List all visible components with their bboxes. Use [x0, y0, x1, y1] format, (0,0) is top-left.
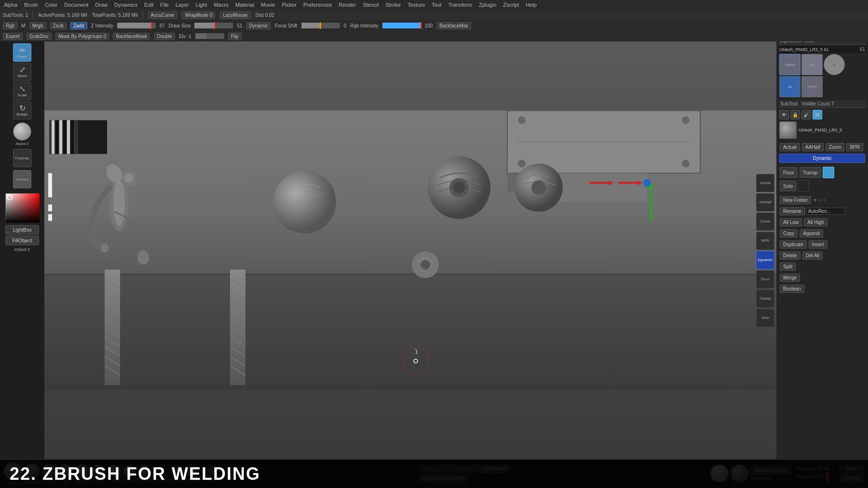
grab-doc-btn[interactable]: GrabDoc [27, 33, 52, 40]
wrap-mode-btn[interactable]: WrapMode 0 [182, 12, 215, 19]
texture-btn[interactable]: Texture [13, 170, 31, 188]
dynamic-btn[interactable]: Dynamic [756, 251, 774, 269]
menu-draw[interactable]: Draw [95, 2, 108, 8]
boolean-btn[interactable]: Boolean [780, 285, 804, 293]
menu-transform[interactable]: Transform [448, 2, 472, 8]
flip-btn[interactable]: Flip [228, 33, 242, 40]
menu-macro[interactable]: Macro [214, 2, 229, 8]
rename-input[interactable] [806, 208, 845, 215]
alpha-preview[interactable] [13, 122, 31, 141]
focal-shift-slider[interactable] [301, 23, 340, 28]
menu-picker[interactable]: Picker [282, 2, 297, 8]
lazy-mouse-btn[interactable]: LazyMouse [220, 12, 250, 19]
all-high-btn[interactable]: All High [804, 218, 827, 226]
actual-btn[interactable]: Actual [756, 174, 774, 192]
paint-icon[interactable]: 🖌 [801, 110, 811, 119]
subtool-item-0[interactable]: UMesh_PM3D_LR3_5 [778, 120, 866, 140]
accucurve-btn[interactable]: AccuCurve [148, 12, 177, 19]
viewport[interactable]: Actual AAHalf Zoom BPR Dynamic Floor Tra… [44, 41, 776, 459]
menu-preferences[interactable]: Preferences [303, 2, 332, 8]
menu-layer[interactable]: Layer [176, 2, 189, 8]
draw-tool[interactable]: ✏ Draw [13, 43, 31, 62]
fill-object-btn[interactable]: FillObject [5, 236, 39, 245]
menu-texture[interactable]: Texture [407, 2, 425, 8]
solo-btn[interactable]: Solo [756, 309, 774, 327]
menu-zscript[interactable]: Zscript [503, 2, 519, 8]
mrgb-btn[interactable]: Mrgb [29, 22, 46, 29]
double-btn[interactable]: Double [154, 33, 175, 40]
zadd-btn[interactable]: Zadd [70, 22, 87, 29]
bpr-right-btn[interactable]: BPR [846, 143, 863, 151]
transp-right-btn[interactable]: Transp [800, 167, 821, 178]
new-folder-btn[interactable]: New Folder [780, 196, 811, 204]
menu-alpha[interactable]: Alpha [4, 2, 17, 8]
eye-icon[interactable]: 👁 [779, 110, 789, 119]
thumb-alphab[interactable]: αB [779, 76, 800, 97]
thumb-erasers[interactable]: S [824, 54, 845, 75]
folder-section: New Folder ▼ + × Rename All Low All High… [778, 195, 866, 294]
aahalf-right-btn[interactable]: AAHalf [802, 143, 824, 151]
draw-size-slider[interactable] [194, 23, 233, 28]
rgb-intensity-label: Rgb Intensity [350, 23, 378, 28]
thumb-umesh[interactable]: UMesh [779, 54, 800, 75]
rgb-intensity-slider[interactable] [382, 23, 421, 28]
bpr-btn[interactable]: BPR [756, 232, 774, 250]
split-btn[interactable]: Split [780, 263, 796, 271]
zsub-btn[interactable]: Zsub [50, 22, 67, 29]
scene-canvas [44, 41, 776, 459]
z-intensity-slider[interactable] [117, 23, 156, 28]
rgb-btn[interactable]: Rgb [3, 22, 17, 29]
rename-btn[interactable]: Rename [780, 207, 805, 215]
dynamic-label[interactable]: Dynamic [246, 22, 271, 29]
dynamic-right-btn[interactable]: Dynamic [779, 154, 865, 163]
transp-btn[interactable]: Transp [756, 290, 774, 308]
mask-polygroups-btn[interactable]: Mask By Polygroups 0 [55, 33, 109, 40]
color-swatch[interactable] [5, 193, 39, 222]
insert-btn[interactable]: Insert [809, 240, 827, 249]
menu-stencil[interactable]: Stencil [363, 2, 379, 8]
menu-material[interactable]: Material [235, 2, 254, 8]
actual-right-btn[interactable]: Actual [780, 143, 800, 151]
zoom-btn[interactable]: Zoom [756, 212, 774, 231]
elv-slider[interactable] [195, 33, 224, 39]
backface-mask-btn2[interactable]: BackfaceMask [113, 33, 150, 40]
del-all-btn[interactable]: Del All [802, 251, 823, 260]
thumb-simpleb[interactable]: SB [801, 54, 823, 75]
floor-btn[interactable]: Floor [756, 270, 774, 289]
menu-movie[interactable]: Movie [261, 2, 275, 8]
menu-document[interactable]: Document [64, 2, 88, 8]
menu-light[interactable]: Light [196, 2, 207, 8]
duplicate-btn[interactable]: Duplicate [780, 240, 807, 249]
merge-btn[interactable]: Merge [780, 274, 800, 282]
menu-render[interactable]: Render [339, 2, 356, 8]
aa-half-btn[interactable]: AAHalf [756, 193, 774, 211]
solo-indicator[interactable] [798, 180, 809, 192]
backface-mask-btn[interactable]: BackfaceMsk [436, 22, 471, 29]
scale-tool[interactable]: ⤡ Scale [13, 82, 31, 100]
mesh-icon[interactable]: M [813, 110, 822, 119]
menu-color[interactable]: Color [45, 2, 57, 8]
rotate-tool[interactable]: ↻ Rotate [13, 101, 31, 119]
menu-tool[interactable]: Tool [432, 2, 441, 8]
menu-brush[interactable]: Brush [24, 2, 38, 8]
export-btn[interactable]: Export [3, 33, 23, 40]
menu-file[interactable]: File [160, 2, 169, 8]
delete-btn[interactable]: Delete [780, 251, 800, 260]
lightbox-btn[interactable]: LightBox [5, 225, 39, 235]
menu-zplugin[interactable]: Zplugin [479, 2, 496, 8]
solo-right-btn[interactable]: Solo [780, 181, 796, 191]
lock-icon[interactable]: 🔒 [790, 110, 800, 119]
menu-dynamics[interactable]: Dynamics [114, 2, 137, 8]
menu-edit[interactable]: Edit [144, 2, 153, 8]
move-tool[interactable]: ⤢ Move [13, 63, 31, 81]
freebar-btn[interactable]: FreeHar [13, 149, 31, 167]
color-indicator[interactable] [823, 167, 834, 178]
thumb-pm3dl[interactable]: PM3D [801, 76, 823, 97]
copy-btn[interactable]: Copy [780, 229, 798, 237]
menu-help[interactable]: Help [526, 2, 537, 8]
all-low-btn[interactable]: All Low [780, 218, 802, 226]
menu-stroke[interactable]: Stroke [385, 2, 401, 8]
zoom-right-btn[interactable]: Zoom [826, 143, 845, 151]
append-btn[interactable]: Append [800, 229, 823, 237]
floor-right-btn[interactable]: Floor [780, 167, 798, 178]
